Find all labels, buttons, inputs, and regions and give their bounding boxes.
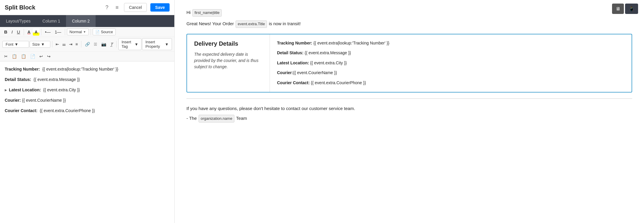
help-button[interactable]: ? (104, 3, 110, 12)
delivery-tracking: Tracking Number: {{ event.extra|lookup:'… (277, 40, 624, 46)
footer-pre-text: - The (186, 116, 197, 121)
font-chevron-icon: ▼ (15, 42, 18, 47)
delivery-note: The expected delivery date is provided b… (194, 51, 263, 70)
tracking-field-label: Tracking Number: (277, 41, 312, 45)
source-icon: 📄 (95, 30, 100, 34)
menu-button[interactable]: ≡ (114, 3, 120, 12)
insert-property-button[interactable]: Insert Property ▼ (142, 38, 172, 50)
size-dropdown[interactable]: Size ▼ (30, 41, 50, 48)
tracking-label: Tracking Number: (5, 66, 40, 72)
align-right-button[interactable]: ⇥ (67, 41, 74, 48)
footer-post-text: Team (236, 116, 247, 121)
source-button[interactable]: 📄 Source (93, 28, 116, 35)
font-label: Font (6, 42, 13, 47)
desktop-view-button[interactable]: 🖥 (612, 4, 624, 14)
underline-button[interactable]: U (15, 28, 22, 36)
paragraph-style-label: Normal (70, 30, 82, 34)
location-line: Latest Location: {{ event.extra.City }} (5, 87, 170, 93)
status-field-label: Detail Status: (277, 50, 303, 55)
align-group: ⇤ ⚌ ⇥ ≡ (54, 41, 79, 48)
image-button[interactable]: 📷 (99, 41, 108, 48)
save-button[interactable]: Save (150, 3, 170, 12)
footer-line-1: If you have any questions, please don't … (186, 105, 632, 112)
cancel-button[interactable]: Cancel (124, 3, 147, 12)
separator-1 (24, 29, 24, 35)
mobile-view-button[interactable]: 📱 (625, 4, 638, 14)
font-color-button[interactable]: A (26, 28, 32, 36)
cut-button[interactable]: ✂ (2, 53, 9, 60)
delivery-contact: Courier Contact: {{ event.extra.CourierP… (277, 80, 624, 86)
location-label: Latest Location: (9, 87, 41, 93)
preview-order-line: Great News! Your Order event.extra.Title… (186, 20, 632, 28)
align-center-button[interactable]: ⚌ (61, 41, 67, 48)
insert-property-chevron-icon: ▼ (165, 42, 169, 47)
paragraph-style-dropdown[interactable]: Normal ▼ (67, 28, 89, 35)
font-dropdown[interactable]: Font ▼ (2, 41, 29, 48)
delivery-title: Delivery Details (194, 40, 263, 47)
section-divider (186, 98, 632, 99)
first-name-tag: first_name|title (192, 9, 221, 17)
tab-bar: Layout/Types Column 1 Column 2 (0, 15, 174, 27)
delivery-status: Detail Status: {{ event.extra.Message }} (277, 50, 624, 56)
order-intro-text: Great News! Your Order (186, 21, 234, 26)
bg-color-button[interactable]: A (33, 28, 39, 36)
footer-text: If you have any questions, please don't … (186, 105, 632, 123)
insert-tag-chevron-icon: ▼ (135, 42, 139, 47)
undo-button[interactable]: ↩ (38, 53, 45, 60)
separator-3 (65, 29, 65, 35)
page-title: Split Block (5, 4, 100, 11)
courier-field-label: Courier: (277, 70, 293, 75)
courier-line: Courier:{{ event.CourierName }} (5, 97, 170, 103)
delivery-left-column: Delivery Details The expected delivery d… (187, 34, 270, 92)
paste-text-button[interactable]: 📄 (28, 53, 37, 60)
tab-column-1[interactable]: Column 1 (36, 15, 66, 27)
preview-panel: 🖥 📱 Hi first_name|title Great News! Your… (175, 0, 644, 223)
contact-label: Courier Contact: (5, 108, 37, 114)
tracking-line: Tracking Number: {{ event.extra|lookup:'… (5, 66, 170, 72)
tab-layout-types[interactable]: Layout/Types (0, 15, 36, 27)
delivery-location: Latest Location: {{ event.extra.City }} (277, 60, 624, 66)
footer-line-2: - The organization.name Team (186, 114, 632, 122)
bold-button[interactable]: B (2, 28, 9, 36)
copy-button[interactable]: 📋 (10, 53, 19, 60)
source-label: Source (101, 30, 113, 34)
insert-tag-button[interactable]: Insert Tag ▼ (118, 38, 142, 50)
insert-property-label: Insert Property (145, 40, 164, 49)
size-label: Size (32, 42, 40, 47)
align-justify-button[interactable]: ≡ (74, 41, 79, 48)
list-ol-button[interactable]: 1— (53, 28, 63, 36)
location-field-label: Latest Location: (277, 60, 309, 65)
link-button[interactable]: 🔗 (83, 41, 92, 48)
list-ul-button[interactable]: •— (43, 28, 52, 36)
separator-6 (81, 41, 81, 47)
contact-line: Courier Contact: {{ event.extra.CourierP… (5, 108, 170, 114)
separator-5 (52, 41, 52, 47)
insert-tag-label: Insert Tag (122, 40, 133, 49)
separator-4 (91, 29, 91, 35)
order-suffix-text: is now in transit! (269, 21, 301, 26)
editor-area[interactable]: Tracking Number: {{ event.extra|lookup:'… (0, 61, 174, 223)
delivery-right-column: Tracking Number: {{ event.extra|lookup:'… (270, 34, 632, 92)
delivery-details-box: Delivery Details The expected delivery d… (186, 34, 632, 93)
delivery-courier: Courier:{{ event.CourierName }} (277, 70, 624, 76)
status-line: Detail Status: {{ event.extra.Message }} (5, 77, 170, 83)
unlink-button[interactable]: 🔗⃠ (92, 41, 99, 48)
clear-format-button[interactable]: T̲ (109, 41, 115, 48)
italic-button[interactable]: I (10, 28, 15, 36)
size-chevron-icon: ▼ (41, 42, 45, 47)
courier-label: Courier: (5, 97, 21, 103)
tab-column-2[interactable]: Column 2 (66, 15, 96, 27)
chevron-down-icon: ▼ (83, 30, 86, 34)
separator-7 (116, 41, 117, 47)
org-tag: organization.name (199, 115, 234, 122)
separator-2 (41, 29, 41, 35)
contact-field-label: Courier Contact: (277, 80, 310, 85)
greeting-text: Hi (186, 10, 191, 15)
redo-button[interactable]: ↪ (45, 53, 52, 60)
paste-button[interactable]: 📋 (19, 53, 28, 60)
order-tag: event.extra.Title (236, 20, 267, 28)
align-left-button[interactable]: ⇤ (54, 41, 61, 48)
preview-greeting: Hi first_name|title (186, 9, 632, 17)
device-toggle: 🖥 📱 (612, 4, 638, 14)
status-label: Detail Status: (5, 77, 31, 83)
